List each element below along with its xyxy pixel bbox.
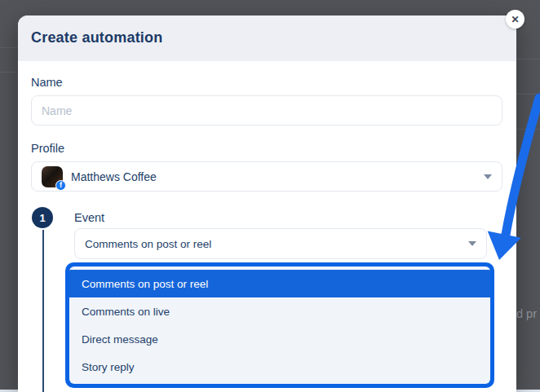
dropdown-option-comments-on-post-or-reel[interactable]: Comments on post or reel [69, 270, 490, 297]
event-label: Event [74, 211, 104, 224]
event-dropdown-panel: Comments on post or reel Comments on liv… [69, 266, 490, 384]
name-label: Name [31, 76, 63, 89]
dropdown-option-story-reply[interactable]: Story reply [69, 353, 490, 381]
event-dropdown: Comments on post or reel Comments on liv… [65, 262, 494, 388]
dropdown-option-comments-on-live[interactable]: Comments on live [69, 297, 490, 325]
create-automation-modal: Create automation Name Profile f Matthew… [18, 15, 516, 392]
backdrop-row-divider [0, 72, 18, 73]
chevron-down-icon [484, 174, 492, 179]
backdrop-row-divider [0, 47, 18, 48]
profile-select-value: Matthews Coffee [71, 170, 157, 183]
backdrop-row-divider [516, 129, 540, 130]
event-select[interactable]: Comments on post or reel [74, 228, 487, 259]
name-input[interactable] [31, 95, 502, 126]
facebook-badge-icon: f [55, 180, 66, 191]
backdrop-row-divider [516, 94, 540, 95]
backdrop-row-divider [516, 59, 540, 59]
screen: d pr Create automation Name Profile f Ma… [0, 0, 540, 392]
event-select-value: Comments on post or reel [85, 238, 211, 250]
close-button[interactable]: ✕ [506, 10, 525, 29]
step-number-badge: 1 [32, 207, 53, 228]
profile-label: Profile [31, 142, 64, 155]
modal-header: Create automation [18, 15, 516, 61]
step-connector-line [42, 230, 44, 392]
modal-title: Create automation [31, 29, 162, 46]
avatar: f [42, 166, 63, 187]
background-text-fragment: d pr [516, 307, 537, 320]
profile-select[interactable]: f Matthews Coffee [31, 161, 502, 192]
close-icon: ✕ [511, 14, 519, 25]
dropdown-option-direct-message[interactable]: Direct message [69, 325, 490, 353]
chevron-down-icon [468, 241, 476, 246]
